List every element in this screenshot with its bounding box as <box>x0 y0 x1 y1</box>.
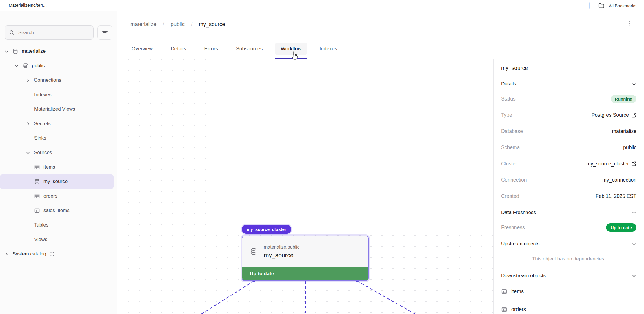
upstream-empty-message: This object has no dependencies. <box>494 251 644 267</box>
tree-item-sources[interactable]: Sources <box>0 145 117 160</box>
type-value-link[interactable]: Postgres Source <box>592 112 636 118</box>
tree-item-label: orders <box>43 193 57 199</box>
tree-item-label: Connections <box>34 77 61 83</box>
tree-item-my-source[interactable]: my_source <box>0 174 114 189</box>
chevron-down-icon <box>26 150 30 155</box>
downstream-item-label: items <box>511 289 524 295</box>
tree-item-system-catalog[interactable]: System catalog <box>0 247 117 261</box>
detail-label: Type <box>501 112 512 118</box>
workflow-canvas[interactable]: my_source_cluster materialize.public my_… <box>118 59 493 314</box>
table-icon <box>501 289 507 295</box>
table-icon <box>34 164 40 170</box>
table-icon <box>34 208 40 213</box>
search-icon <box>9 30 15 36</box>
browser-bar: MaterializeInc/terr... All Bookmarks <box>0 0 644 11</box>
table-icon <box>34 193 40 199</box>
source-node-text: materialize.public my_source <box>264 244 300 259</box>
chevron-right-icon <box>26 121 30 126</box>
tree-item-sales-items[interactable]: sales_items <box>0 203 117 218</box>
section-heading: Data Freshness <box>501 210 536 216</box>
tab-details[interactable]: Details <box>170 43 188 55</box>
tree-item-connections[interactable]: Connections <box>0 73 117 87</box>
detail-row-schema: Schema public <box>494 139 644 156</box>
detail-value: my_source_cluster <box>586 161 629 167</box>
detail-row-freshness: Freshness Up to date <box>494 219 644 236</box>
sidebar-search-row <box>5 25 112 40</box>
detail-label: Schema <box>501 145 520 151</box>
breadcrumb-schema[interactable]: public <box>171 21 185 28</box>
chevron-right-icon <box>26 78 30 83</box>
tree-item-sinks[interactable]: Sinks <box>0 131 117 145</box>
detail-label: Database <box>501 128 523 134</box>
tab-workflow[interactable]: Workflow <box>275 43 308 55</box>
detail-value: Feb 11, 2025 EST <box>596 193 636 199</box>
filter-button[interactable] <box>97 25 112 40</box>
tree-item-tables[interactable]: Tables <box>0 218 117 232</box>
tree-item-label: Indexes <box>34 92 52 98</box>
downstream-item-items[interactable]: items <box>494 282 644 300</box>
section-heading: Upstream objects <box>501 241 539 247</box>
tab-errors[interactable]: Errors <box>203 43 219 55</box>
breadcrumb-database[interactable]: materialize <box>130 21 156 28</box>
tree-item-label: Views <box>34 237 47 242</box>
object-explorer-sidebar: materialize public Connections Indexes M… <box>0 11 117 314</box>
panel-title: my_source <box>494 59 644 77</box>
section-heading: Downstream objects <box>501 273 546 279</box>
chevron-down-icon <box>14 63 19 68</box>
browser-tab-title[interactable]: MaterializeInc/terr... <box>9 3 47 8</box>
database-icon <box>34 179 40 185</box>
section-heading: Details <box>501 81 516 87</box>
detail-value: public <box>623 145 636 151</box>
chevron-down-icon <box>632 242 636 247</box>
tree-item-label: Secrets <box>34 121 51 127</box>
tree-item-indexes[interactable]: Indexes <box>0 87 117 102</box>
downstream-item-label: orders <box>511 306 526 313</box>
table-icon <box>501 306 507 313</box>
detail-label: Freshness <box>501 224 525 231</box>
search-input[interactable] <box>18 30 89 36</box>
schema-icon <box>22 63 28 69</box>
tab-overview[interactable]: Overview <box>130 43 154 55</box>
section-upstream-header[interactable]: Upstream objects <box>494 237 644 251</box>
cluster-value-link[interactable]: my_source_cluster <box>586 161 636 167</box>
tree-item-label: Sources <box>34 150 52 156</box>
detail-label: Cluster <box>501 161 517 167</box>
breadcrumb-separator: / <box>163 21 164 28</box>
tree-item-materialized-views[interactable]: Materialized Views <box>0 102 117 116</box>
more-options-icon[interactable] <box>627 21 632 26</box>
detail-row-type: Type Postgres Source <box>494 107 644 123</box>
downstream-item-orders[interactable]: orders <box>494 300 644 314</box>
tree-item-orders[interactable]: orders <box>0 189 117 203</box>
detail-row-created: Created Feb 11, 2025 EST <box>494 188 644 204</box>
tab-subsources[interactable]: Subsources <box>235 43 264 55</box>
section-downstream-header[interactable]: Downstream objects <box>494 269 644 282</box>
tree-item-label: public <box>32 63 45 69</box>
external-link-icon <box>632 161 636 166</box>
tree-item-views[interactable]: Views <box>0 232 117 247</box>
tree-item-materialize[interactable]: materialize <box>0 44 117 59</box>
bookmarks-bar: All Bookmarks <box>589 0 636 11</box>
detail-label: Status <box>501 96 516 102</box>
filter-lines-icon <box>102 30 108 35</box>
tab-indexes[interactable]: Indexes <box>318 43 338 55</box>
detail-row-cluster: Cluster my_source_cluster <box>494 156 644 172</box>
all-bookmarks-button[interactable]: All Bookmarks <box>609 3 636 8</box>
section-data-freshness-header[interactable]: Data Freshness <box>494 206 644 219</box>
breadcrumb-separator: / <box>191 21 192 28</box>
detail-value: materialize <box>612 128 636 134</box>
section-details-header[interactable]: Details <box>494 77 644 91</box>
source-node[interactable]: materialize.public my_source Up to date <box>242 236 369 281</box>
object-tree: materialize public Connections Indexes M… <box>0 44 117 261</box>
bookmarks-divider <box>589 2 590 9</box>
node-name: my_source <box>264 252 300 259</box>
tab-bar: Overview Details Errors Subsources Workf… <box>130 39 338 59</box>
chevron-down-icon <box>632 210 636 215</box>
tree-item-items[interactable]: items <box>0 160 117 174</box>
detail-label: Connection <box>501 177 527 183</box>
tree-item-public[interactable]: public <box>0 59 117 73</box>
tree-item-secrets[interactable]: Secrets <box>0 116 117 131</box>
tree-item-label: materialize <box>22 48 46 54</box>
node-qualifier: materialize.public <box>264 244 300 250</box>
detail-row-database: Database materialize <box>494 123 644 139</box>
detail-row-status: Status Running <box>494 91 644 107</box>
